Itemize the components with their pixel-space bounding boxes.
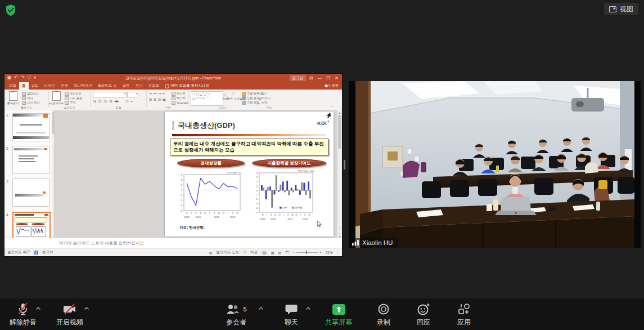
list-buttons[interactable]: ≔≕⇥⇤ — [149, 91, 167, 95]
participant-video-tile[interactable]: Xiaolin HU — [349, 81, 641, 248]
quick-styles-icon[interactable]: ⬭ — [232, 92, 235, 96]
tab-slideshow[interactable]: 슬라이드 쇼 — [95, 82, 120, 90]
thumb-number: 1 — [6, 114, 8, 118]
svg-text:1: 1 — [256, 185, 258, 188]
ribbon-display-options-icon[interactable]: ⊞ — [307, 75, 316, 81]
ppt-quick-access-toolbar[interactable]: ▣ ↶ ↷ ⛉ ▾ — [7, 75, 36, 81]
tellme-box[interactable]: 어떤 작업을 원하시나요 — [162, 82, 212, 90]
slide-editing-area[interactable]: 국내총생산(GDP) KDI 우리 경제는 내수 개선에도 불구하고 대외여건의… — [165, 112, 334, 237]
participants-button[interactable]: 5 参会者 — [216, 302, 256, 327]
tab-review[interactable]: 검토 — [120, 82, 133, 90]
replace-button[interactable]: ⇄바꾸기 — [258, 96, 271, 100]
participants-label: 参会者 — [226, 318, 246, 327]
new-slide-icon[interactable] — [52, 91, 61, 101]
find-button[interactable]: ⌕찾기 — [258, 92, 267, 96]
slide-thumbnail-1[interactable] — [12, 113, 49, 141]
redo-icon[interactable]: ↷ — [21, 75, 25, 81]
collapse-ribbon-icon[interactable]: ⌃ — [331, 105, 334, 109]
normal-view-icon[interactable]: ▥ — [262, 251, 267, 255]
notes-toggle[interactable]: 슬라이드 노트 — [216, 250, 239, 255]
arrange-icon[interactable]: ◱ — [223, 92, 227, 96]
comments-toggle[interactable]: 메모 — [250, 250, 258, 255]
undo-icon[interactable]: ↶ — [15, 75, 19, 81]
cut-button[interactable]: 잘라내기 — [22, 92, 39, 96]
slide-thumbnail-panel[interactable]: 1 2 3 — [4, 110, 55, 238]
svg-text:IV: IV — [296, 213, 298, 216]
svg-text:3: 3 — [256, 176, 258, 179]
mic-options-caret[interactable] — [35, 305, 42, 312]
tab-file[interactable]: 파일 — [6, 82, 19, 90]
reading-view-icon[interactable]: ▤ — [278, 251, 282, 255]
maximize-icon[interactable]: ❐ — [324, 75, 332, 81]
close-icon[interactable]: ✕ — [332, 75, 341, 81]
tab-home[interactable]: 홈 — [19, 82, 29, 90]
paste-icon[interactable] — [9, 91, 17, 101]
slideshow-view-icon[interactable]: 🗖 — [285, 251, 289, 254]
tab-transitions[interactable]: 전환 — [58, 82, 71, 90]
tab-insert[interactable]: 삽입 — [29, 82, 42, 90]
notes-placeholder[interactable]: 여기에 슬라이드 노트의 내용을 입력하십시오 — [59, 240, 144, 246]
tab-view[interactable]: 보기 — [133, 82, 146, 90]
slide-thumbnail-2[interactable] — [12, 146, 49, 174]
quick-styles-label[interactable]: 빠른 스타일 — [227, 97, 242, 100]
qat-dropdown-icon[interactable]: ▾ — [34, 75, 36, 81]
fit-to-window-icon[interactable]: ⛶ — [337, 251, 339, 255]
share-screen-button[interactable]: 共享屏幕 — [318, 302, 359, 327]
copy-button[interactable]: 복사 — [22, 96, 33, 100]
person-icon: �? — [325, 84, 330, 88]
ppt-notes-pane[interactable]: 여기에 슬라이드 노트의 내용을 입력하십시오 — [4, 238, 342, 248]
save-icon[interactable]: ▣ — [7, 75, 12, 81]
svg-text:2020: 2020 — [271, 217, 276, 220]
layout-button[interactable]: 레이아웃 — [65, 92, 82, 96]
video-options-caret[interactable] — [83, 305, 90, 312]
reset-button[interactable]: 다시 설정 — [65, 96, 82, 100]
font-color-buttons[interactable]: 가 ▾ — [125, 99, 133, 104]
text-direction-button[interactable]: 텍스트 — [172, 92, 186, 96]
record-button[interactable]: 录制 — [363, 302, 404, 327]
align-text-button[interactable]: 텍스트 — [172, 96, 186, 100]
start-slideshow-icon[interactable]: ⛉ — [28, 75, 31, 81]
record-icon — [377, 303, 390, 315]
reactions-label: 回应 — [417, 318, 430, 327]
ppt-login-button[interactable]: 로그인 — [290, 75, 307, 81]
tab-design[interactable]: 디자인 — [42, 82, 58, 90]
view-button-label: 视图 — [620, 5, 633, 14]
apps-button[interactable]: 应用 — [444, 302, 484, 327]
tab-help[interactable]: 도움말 — [146, 82, 163, 90]
slide-vertical-scrollbar[interactable]: ▲ ⌃ ⌄ ▼ — [337, 110, 342, 238]
zoom-percent[interactable]: 51% — [326, 251, 333, 255]
gdp-growth-line-chart: -4-3-2-10123(전기대비, %)IVIIIIIIIVIIIIIIIVI… — [175, 170, 242, 222]
meeting-control-bar: 解除静音 开启视频 — [0, 298, 644, 330]
language-indicator[interactable]: 한국어 — [42, 250, 53, 255]
tab-animations[interactable]: 애니메이션 — [71, 82, 95, 90]
panel-splitter-handle[interactable] — [344, 160, 345, 170]
smartart-button[interactable]: SmartArt — [172, 101, 188, 105]
participants-options-caret[interactable] — [258, 305, 264, 312]
slide-thumbnail-4-selected[interactable] — [12, 212, 51, 238]
security-shield-icon[interactable] — [4, 4, 17, 16]
microphone-muted-icon — [17, 302, 29, 316]
minimize-icon[interactable]: — — [316, 75, 324, 81]
format-painter-button[interactable]: 서식 복사 — [22, 101, 39, 105]
slide-sorter-view-icon[interactable]: ▦ — [271, 251, 274, 255]
align-buttons[interactable]: ☰☱☲▦ — [149, 97, 167, 101]
section-button[interactable]: 구역 — [65, 101, 75, 105]
new-slide-label[interactable]: 새 슬라이드 — [49, 101, 64, 105]
select-button[interactable]: ▷선택 — [258, 101, 267, 105]
shapes-gallery[interactable]: ▭◯△╲╱⬭▢☆⬠◇〔〕 — [191, 91, 223, 106]
yellow-bag — [598, 180, 607, 189]
chat-options-caret[interactable] — [305, 305, 312, 312]
font-name-combobox[interactable] — [93, 92, 127, 97]
reactions-button[interactable]: 回应 — [403, 302, 444, 327]
paste-label[interactable]: 붙여넣기 — [5, 101, 21, 105]
share-button[interactable]: �? 공유 — [325, 82, 339, 90]
slide-thumbnail-3[interactable] — [12, 179, 49, 207]
zoom-slider[interactable]: −+ — [292, 251, 322, 255]
svg-text:3: 3 — [181, 173, 183, 176]
font-style-buttons[interactable]: 가 가 가 가 가 — [93, 99, 119, 104]
svg-text:-3: -3 — [180, 204, 182, 207]
zoom-meeting-window: 视图 ▣ ↶ ↷ ⛉ ▾ 경제전망(KDI)(2022전망(하반기),21111… — [0, 0, 644, 330]
shared-screen-powerpoint: ▣ ↶ ↷ ⛉ ▾ 경제전망(KDI)(2022전망(하반기),211111.p… — [4, 74, 342, 256]
font-size-combobox[interactable] — [127, 92, 138, 97]
view-button[interactable]: 视图 — [604, 3, 638, 15]
